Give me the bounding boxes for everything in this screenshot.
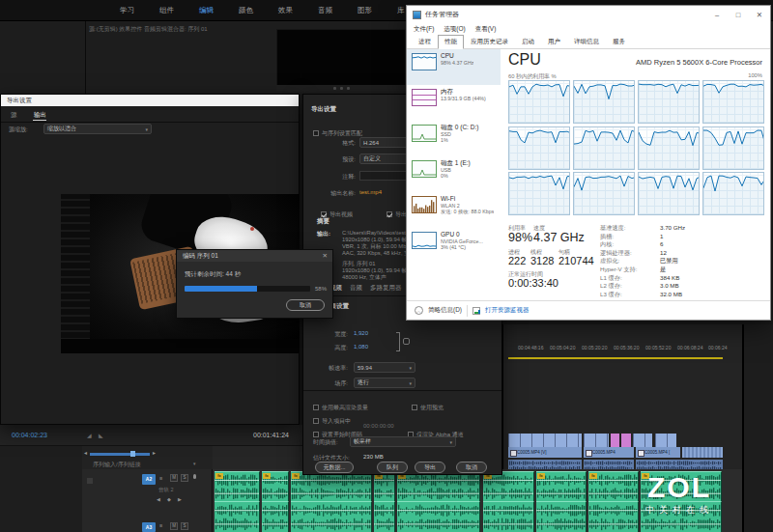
format-value: H.264: [363, 140, 379, 146]
video-clip-thumbs[interactable]: [633, 434, 652, 447]
use-previews-checkbox[interactable]: [412, 405, 417, 410]
video-clip-thumbs[interactable]: [508, 434, 582, 447]
metadata-button[interactable]: 元数据...: [315, 462, 354, 473]
track-menu-icon[interactable]: ≡: [159, 522, 162, 528]
monitor-panel-tabs[interactable]: 源:(无剪辑) 效果控件 音频剪辑混合器: 序列 01: [89, 25, 272, 34]
close-button[interactable]: ✕: [749, 6, 770, 23]
sidebar-item-disk1[interactable]: 磁盘 1 (E:)USB0%: [407, 156, 501, 192]
track-a2-select[interactable]: A2: [142, 474, 156, 485]
tm-footer: ︿ 简略信息(D) 打开资源监视器: [407, 300, 770, 320]
tab-services[interactable]: 服务: [606, 35, 632, 49]
tab-startup[interactable]: 启动: [515, 35, 541, 49]
track-name[interactable]: 音轨 2: [158, 487, 174, 493]
tab-output[interactable]: 输出: [34, 111, 46, 120]
graphic-clip[interactable]: [621, 434, 631, 447]
marker-icon[interactable]: ◣: [99, 432, 103, 438]
sidebar-item-gpu[interactable]: GPU 0NVIDIA GeForce...3% (41 °C): [407, 228, 501, 264]
workspace-edit[interactable]: 编辑: [199, 6, 214, 15]
sidebar-item-memory[interactable]: 内存13.9/31.9 GB (44%): [407, 85, 501, 121]
menu-options[interactable]: 选项(O): [444, 25, 465, 34]
mute-button[interactable]: M: [170, 474, 178, 482]
video-clip-thumbs[interactable]: [655, 434, 676, 447]
resource-monitor-link[interactable]: 打开资源监视器: [485, 306, 530, 315]
work-area-bar[interactable]: [508, 357, 723, 359]
cpu-details: 基准速度:3.70 GHz 插槽:1 内核:6 逻辑处理器:12 虚拟化:已禁用…: [600, 224, 685, 298]
maximize-button[interactable]: □: [728, 6, 749, 23]
keyframe-prev-icon[interactable]: ◀: [157, 496, 160, 502]
output-name-link[interactable]: test.mp4: [359, 189, 382, 195]
fps-dropdown[interactable]: 59.94▾: [354, 362, 415, 373]
width-value[interactable]: 1,920: [354, 330, 368, 336]
tab-multiplexer[interactable]: 多路复用器: [370, 284, 402, 293]
export-button[interactable]: 导出: [415, 462, 445, 473]
minimize-button[interactable]: –: [706, 6, 728, 23]
workspace-learn[interactable]: 学习: [120, 6, 134, 15]
link-icon[interactable]: [403, 338, 410, 345]
zoom-in-icon[interactable]: ►: [152, 450, 157, 456]
summary-header[interactable]: 摘要: [317, 217, 329, 226]
workspace-effects[interactable]: 效果: [278, 6, 293, 15]
dialog-titlebar[interactable]: 编码 序列 01 ✕: [177, 250, 332, 262]
cancel-button[interactable]: 取消: [456, 462, 487, 473]
cancel-encode-button[interactable]: 取消: [286, 299, 325, 311]
mic-icon[interactable]: [193, 474, 196, 479]
cpu-core-graph: [638, 172, 700, 215]
sidebar-item-cpu[interactable]: CPU98% 4.37 GHz: [407, 49, 501, 85]
video-clip-thumbs[interactable]: [584, 434, 609, 447]
graphic-clip[interactable]: [611, 434, 619, 447]
track-menu-icon[interactable]: ≡: [159, 475, 162, 481]
window-title[interactable]: 导出设置: [1, 95, 299, 106]
tm-titlebar[interactable]: 任务管理器 – □ ✕: [407, 6, 770, 23]
empty-panel: [0, 446, 82, 532]
track-a3-select[interactable]: A3: [142, 522, 156, 532]
fewer-details-link[interactable]: 简略信息(D): [428, 306, 462, 315]
track-lock-icon[interactable]: [87, 478, 93, 484]
solo-button[interactable]: S: [181, 474, 188, 482]
chevron-down-icon[interactable]: ▾: [193, 461, 196, 466]
keyframe-next-icon[interactable]: ▶: [178, 496, 182, 502]
video-clip[interactable]: C0005.MP4 [V]: [508, 447, 582, 458]
menu-file[interactable]: 文件(F): [414, 25, 434, 34]
workspace-graphics[interactable]: 图形: [358, 6, 372, 15]
scale-dropdown[interactable]: 缩放以适合▾: [43, 124, 152, 134]
start-timecode-value[interactable]: 00:00:00:00: [363, 423, 394, 429]
close-icon[interactable]: ✕: [323, 252, 328, 260]
zoom-scrollbar[interactable]: [90, 453, 150, 456]
start-timecode-checkbox[interactable]: [313, 432, 319, 437]
tab-users[interactable]: 用户: [541, 35, 567, 49]
video-clip[interactable]: C0005.MP4 [: [636, 447, 680, 458]
menu-view[interactable]: 查看(V): [475, 25, 497, 34]
sidebar-item-wifi[interactable]: Wi-FiWLAN 2发送: 0 接收: 88.0 Kbps: [407, 192, 501, 228]
interpolation-dropdown[interactable]: 帧采样▾: [350, 436, 456, 447]
mute-button[interactable]: M: [170, 522, 178, 530]
tab-processes[interactable]: 进程: [412, 35, 438, 49]
keyframe-add-icon[interactable]: ◆: [167, 496, 171, 502]
workspace-color[interactable]: 颜色: [239, 6, 253, 15]
zoom-out-icon[interactable]: ◄: [83, 450, 88, 456]
tab-audio[interactable]: 音频: [350, 284, 362, 293]
timeline-timecode[interactable]: 00:04:02:23: [12, 432, 47, 438]
monitor-transport[interactable]: [276, 85, 406, 92]
tab-details[interactable]: 详细信息: [567, 35, 606, 49]
tab-app-history[interactable]: 应用历史记录: [464, 35, 515, 49]
solo-button[interactable]: S: [181, 522, 188, 530]
tab-source[interactable]: 源: [11, 111, 17, 120]
mixer-routing-label[interactable]: 序列输入/序列链接: [93, 461, 141, 469]
zoom-handle[interactable]: [130, 451, 135, 457]
workspace-audio[interactable]: 音频: [318, 6, 332, 15]
checkbox[interactable]: [313, 130, 319, 136]
height-value[interactable]: 1,080: [354, 344, 368, 350]
tab-performance[interactable]: 性能: [438, 35, 464, 49]
export-audio-checkbox[interactable]: [386, 211, 392, 217]
sidebar-item-disk0[interactable]: 磁盘 0 (C: D:)SSD1%: [407, 121, 501, 156]
settings-header[interactable]: 导出设置: [311, 105, 336, 114]
field-order-dropdown[interactable]: 逐行▾: [354, 378, 415, 388]
workspace-assembly[interactable]: 组件: [159, 6, 174, 15]
collapse-icon[interactable]: ︿: [415, 306, 423, 315]
wifi-mini-graph: [412, 196, 437, 213]
queue-button[interactable]: 队列: [377, 462, 408, 473]
marker-icon[interactable]: ◢: [87, 432, 92, 438]
workspace-libraries[interactable]: 库: [397, 6, 405, 15]
video-clip-cuts[interactable]: [682, 447, 723, 458]
video-clip[interactable]: C0005.MP4: [584, 447, 634, 458]
